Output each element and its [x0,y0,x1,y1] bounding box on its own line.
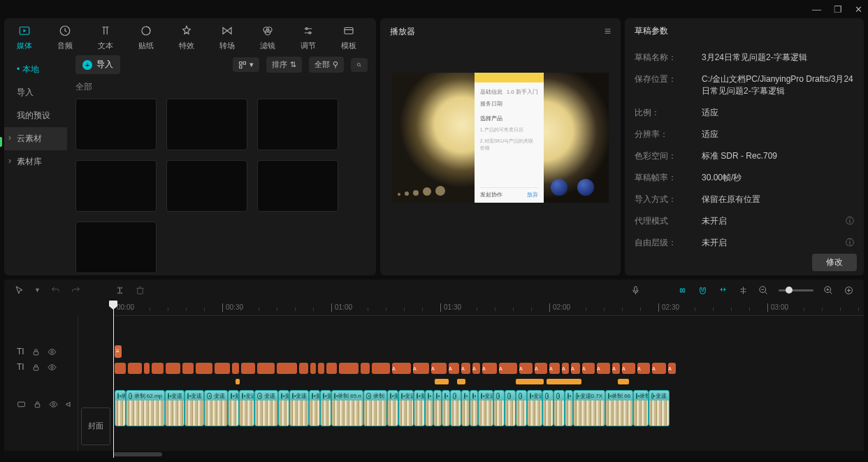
sidebar-item-local[interactable]: • 本地 [4,58,67,81]
import-button[interactable]: + 导入 [75,55,120,74]
eye-icon[interactable] [48,347,57,356]
video-clip[interactable] [565,390,573,426]
subtitle-clip[interactable] [257,363,275,374]
video-clip[interactable]: 录制 62.mp [126,390,165,426]
sidebar-item-import[interactable]: 导入 [4,81,67,104]
tab-audio[interactable]: 音频 [57,24,73,51]
cover-button[interactable]: 封面 [81,407,110,445]
tab-text[interactable]: 文本 [98,24,113,51]
lock-icon[interactable] [33,400,42,409]
marker-clip[interactable] [547,379,581,384]
undo-button[interactable] [50,285,61,296]
subtitle-clip[interactable] [128,363,142,374]
timeline-scrollbar[interactable] [4,451,864,458]
sort-button[interactable]: 排序 ⇅ [266,57,302,73]
video-clip[interactable] [461,390,470,426]
video-clip[interactable]: 变 [320,390,331,426]
text-clip[interactable]: ≡ [115,345,122,358]
video-clip[interactable]: 变速 [239,390,254,426]
tab-filter[interactable]: 滤镜 [260,24,275,51]
subtitle-clip[interactable] [152,363,164,374]
tab-adjust[interactable]: 调节 [301,24,316,51]
video-clip[interactable]: 录制 [633,390,649,426]
marker-clip[interactable] [435,379,449,384]
subtitle-clip[interactable]: A [562,363,569,374]
marker-track[interactable] [113,377,864,387]
subtitle-clip[interactable]: A [519,363,533,374]
media-thumb[interactable] [257,160,338,212]
eye-icon[interactable] [48,363,57,372]
player-viewport[interactable]: 基础信息1.0 新手入门 服务日期 选择产品 1.产品的可售卖日历 2.对应SK… [380,45,621,275]
view-mode-button[interactable]: ▾ [233,57,259,72]
video-clip[interactable]: 变 [414,390,425,426]
video-clip[interactable] [516,390,527,426]
subtitle-clip[interactable] [372,363,390,374]
subtitle-clip[interactable] [310,363,316,374]
subtitle-clip[interactable]: A [431,363,447,374]
subtitle-clip[interactable]: A [392,363,411,374]
mic-button[interactable] [630,285,641,296]
subtitle-clip[interactable] [361,363,370,374]
subtitle-clip[interactable]: A [622,363,635,374]
subtitle-clip[interactable] [339,363,359,374]
subtitle-clip[interactable] [318,363,324,374]
track-head-text2[interactable]: TI [4,359,78,375]
subtitle-clip[interactable]: A [582,363,595,374]
video-clip[interactable]: 录制 [363,390,387,426]
subtitle-clip[interactable] [115,363,126,374]
lock-icon[interactable] [31,347,41,356]
video-clip[interactable] [433,390,442,426]
scrollbar-thumb[interactable] [113,452,162,456]
align-button[interactable] [738,285,748,296]
search-button[interactable] [351,58,368,72]
subtitle-clip[interactable]: A [449,363,459,374]
lock-icon[interactable] [31,363,41,372]
split-tool[interactable] [115,285,125,296]
mute-icon[interactable] [65,400,74,409]
sidebar-item-library[interactable]: 素材库 [4,150,67,173]
video-clip[interactable]: 录制 65.n [331,390,363,426]
video-clip[interactable] [425,390,433,426]
video-clip[interactable]: 录制 66 [605,390,633,426]
tab-transition[interactable]: 转场 [219,24,235,51]
video-clip[interactable]: 变速 [185,390,204,426]
subtitle-clip[interactable] [215,363,230,374]
video-clip[interactable]: 变 [387,390,398,426]
video-clip[interactable] [554,390,565,426]
subtitle-clip[interactable]: A [535,363,547,374]
sidebar-item-cloud[interactable]: 云素材 [4,127,67,150]
subtitle-clip[interactable] [232,363,239,374]
playhead[interactable] [113,301,114,458]
window-minimize-button[interactable]: — [812,4,821,15]
modify-button[interactable]: 修改 [812,254,857,271]
track-head-text1[interactable]: TI [4,344,78,359]
track-head-marker[interactable] [4,375,78,384]
subtitle-clip[interactable]: A [571,363,580,374]
media-thumb[interactable] [257,99,338,150]
subtitle-clip[interactable]: A [472,363,480,374]
subtitle-clip[interactable]: A [499,363,517,374]
video-clip[interactable] [542,390,554,426]
video-clip[interactable]: 变速0.7X [573,390,605,426]
video-clip[interactable]: 变速 [204,390,228,426]
video-clip[interactable] [505,390,516,426]
zoom-in-button[interactable] [823,285,834,296]
video-clip[interactable]: 变速 [649,390,670,426]
magnet-left-button[interactable] [677,285,688,296]
marker-clip[interactable] [516,379,544,384]
video-clip[interactable]: 录制 [115,390,126,426]
media-thumb[interactable] [75,160,157,212]
subtitle-clip[interactable]: A [482,363,497,374]
marker-clip[interactable] [618,379,629,384]
video-clip[interactable] [493,390,505,426]
window-maximize-button[interactable]: ❐ [834,4,842,15]
subtitle-clip[interactable] [277,363,297,374]
cursor-tool[interactable] [14,285,24,296]
subtitle-clip[interactable]: A [549,363,560,374]
subtitle-clip[interactable]: A [461,363,470,374]
magnet-right-button[interactable] [718,285,728,296]
video-clip[interactable]: 变 [278,390,289,426]
zoom-out-button[interactable] [758,285,769,296]
info-icon[interactable]: ⓘ [846,237,854,249]
redo-button[interactable] [71,285,81,296]
